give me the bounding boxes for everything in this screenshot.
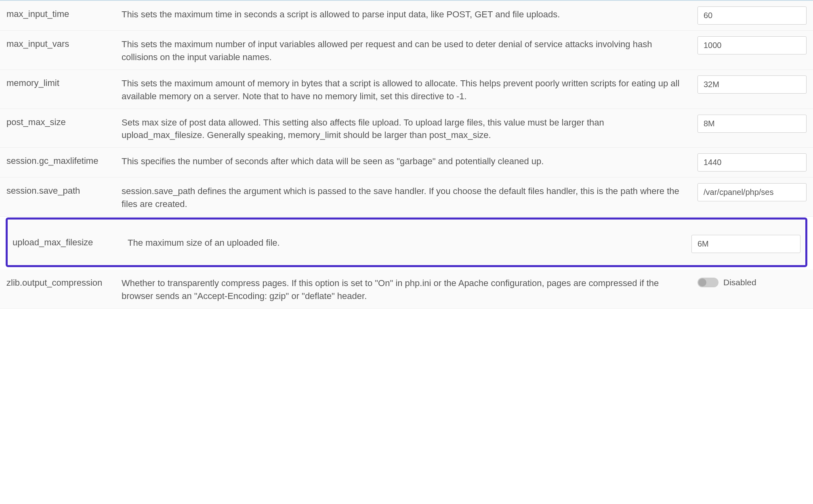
setting-description: This specifies the number of seconds aft…: [122, 153, 697, 168]
setting-input-upload-max-filesize[interactable]: [691, 235, 800, 253]
setting-name: session.gc_maxlifetime: [6, 153, 122, 166]
setting-value-cell: [697, 153, 807, 171]
setting-row-max-input-vars: max_input_varsThis sets the maximum numb…: [0, 31, 813, 70]
setting-input-max-input-time[interactable]: [697, 6, 807, 25]
setting-input-memory-limit[interactable]: [697, 75, 807, 94]
setting-description: This sets the maximum amount of memory i…: [122, 75, 697, 103]
setting-name: post_max_size: [6, 115, 122, 128]
setting-name: max_input_vars: [6, 36, 122, 49]
setting-value-cell: Disabled: [697, 275, 807, 287]
setting-description: Whether to transparently compress pages.…: [122, 275, 697, 303]
toggle-zlib-output-compression[interactable]: [697, 278, 718, 287]
setting-name: memory_limit: [6, 75, 122, 88]
setting-description: This sets the maximum time in seconds a …: [122, 6, 697, 21]
setting-value-cell: [697, 75, 807, 94]
setting-row-post-max-size: post_max_sizeSets max size of post data …: [0, 109, 813, 148]
toggle-label: Disabled: [723, 278, 756, 287]
setting-input-session-save-path[interactable]: [697, 183, 807, 201]
setting-value-cell: [697, 115, 807, 133]
setting-row-upload-max-filesize: upload_max_filesizeThe maximum size of a…: [6, 217, 807, 267]
setting-input-post-max-size[interactable]: [697, 115, 807, 133]
setting-row-zlib-output-compression: zlib.output_compressionWhether to transp…: [0, 270, 813, 309]
setting-value-cell: [697, 6, 807, 25]
setting-input-max-input-vars[interactable]: [697, 36, 807, 54]
setting-description: session.save_path defines the argument w…: [122, 183, 697, 211]
setting-name: zlib.output_compression: [6, 275, 122, 288]
setting-name: upload_max_filesize: [13, 235, 128, 248]
setting-row-max-input-time: max_input_timeThis sets the maximum time…: [0, 1, 813, 31]
setting-value-cell: [697, 183, 807, 201]
setting-name: max_input_time: [6, 6, 122, 19]
toggle-wrap: Disabled: [697, 275, 807, 287]
setting-row-session-save-path: session.save_pathsession.save_path defin…: [0, 178, 813, 217]
setting-row-session-gc-maxlifetime: session.gc_maxlifetimeThis specifies the…: [0, 148, 813, 178]
setting-name: session.save_path: [6, 183, 122, 196]
settings-table: max_input_timeThis sets the maximum time…: [0, 0, 813, 309]
setting-value-cell: [691, 235, 800, 253]
setting-input-session-gc-maxlifetime[interactable]: [697, 153, 807, 171]
setting-row-memory-limit: memory_limitThis sets the maximum amount…: [0, 70, 813, 109]
setting-value-cell: [697, 36, 807, 54]
setting-description: This sets the maximum number of input va…: [122, 36, 697, 64]
setting-description: Sets max size of post data allowed. This…: [122, 115, 697, 142]
setting-description: The maximum size of an uploaded file.: [128, 235, 691, 249]
